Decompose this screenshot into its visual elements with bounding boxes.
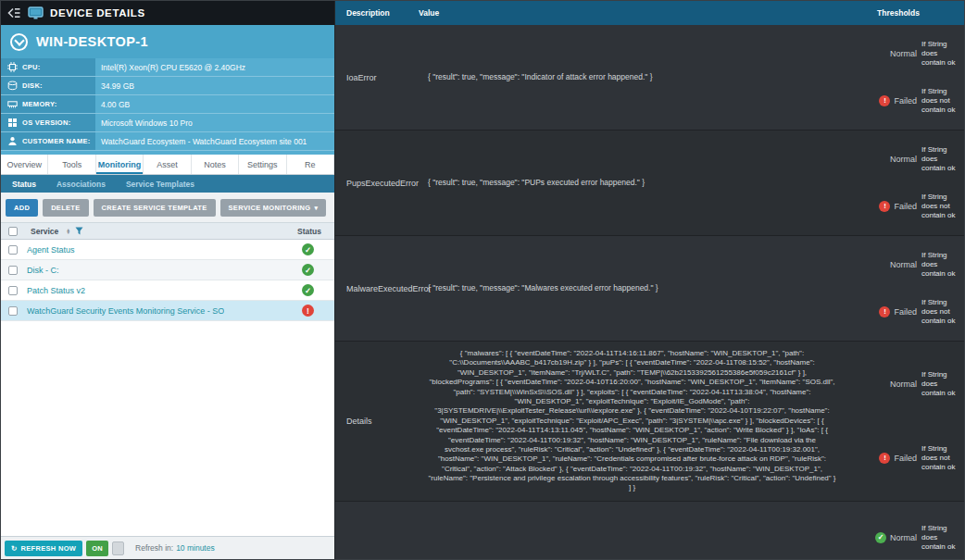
tab-asset[interactable]: Asset [144, 155, 191, 174]
tab-settings[interactable]: Settings [239, 155, 286, 174]
threshold-normal-label: Normal [890, 380, 917, 389]
sort-desc-icon: ▼ [66, 231, 70, 234]
monitor-value: { "result": true, "message": "Malwares e… [419, 276, 846, 301]
page-title: DEVICE DETAILS [50, 7, 145, 19]
sort-icon[interactable]: ▲ ▼ [66, 229, 70, 234]
service-link[interactable]: Disk - C: [27, 266, 59, 275]
service-row-disk-c[interactable]: Disk - C: ✓ [1, 260, 334, 280]
row-checkbox[interactable] [8, 266, 18, 275]
monitor-row-details: Details { "malwares": [ { "eventDateTime… [335, 342, 964, 502]
info-label-disk: DISK: [22, 81, 43, 90]
disk-icon [7, 81, 18, 91]
os-windows-icon [7, 118, 18, 128]
threshold-failed: ! Failed If String does not contain ok [846, 87, 960, 115]
delete-button[interactable]: DELETE [43, 199, 88, 217]
status-failed-icon: ! [302, 305, 314, 317]
threshold-normal-label: Normal [890, 260, 917, 269]
monitor-thresholds: ✓ Normal If String does contain ok Faile… [846, 502, 964, 559]
monitoring-subtabs: Status Associations Service Templates [1, 175, 334, 193]
service-row-agent-status[interactable]: Agent Status ✓ [1, 240, 334, 260]
threshold-failed-condition: If String does not contain ok [921, 193, 960, 220]
threshold-failed-label: Failed [894, 454, 917, 463]
monitor-thresholds: Normal If String does contain ok ! Faile… [846, 236, 964, 341]
threshold-normal-label: Normal [890, 533, 917, 542]
service-monitoring-dropdown[interactable]: SERVICE MONITORING ▾ [220, 199, 327, 217]
monitor-description: IoaError [335, 73, 419, 82]
tab-monitoring[interactable]: Monitoring [96, 155, 144, 174]
threshold-normal-condition: If String does contain ok [921, 40, 960, 68]
monitor-row-pupsexecutederror: PupsExecutedError { "result": true, "mes… [335, 131, 964, 236]
auto-refresh-on-toggle[interactable]: ON [86, 541, 108, 556]
threshold-failed-label: Failed [894, 202, 917, 211]
column-header-status: Status [297, 227, 321, 236]
threshold-normal-condition: If String does contain ok [921, 370, 960, 398]
service-row-patch-status[interactable]: Patch Status v2 ✓ [1, 280, 334, 301]
row-checkbox[interactable] [8, 245, 18, 255]
monitor-description: Details [335, 417, 419, 426]
threshold-normal-icon: ✓ [875, 532, 886, 543]
monitor-table-header: Description Value Thresholds [335, 1, 964, 25]
empty-area [1, 321, 334, 536]
monitor-value: { "result": true, "message": "PUPs execu… [419, 170, 846, 195]
select-all-checkbox[interactable] [8, 227, 18, 236]
chevron-down-icon: ▾ [314, 205, 318, 211]
device-collapse-chevron-icon[interactable] [10, 33, 28, 51]
monitor-row-malwareexecutederror: MalwareExecutedError { "result": true, "… [335, 236, 964, 342]
threshold-failed-condition: If String does not contain ok [921, 444, 960, 472]
memory-icon [7, 99, 18, 109]
device-info-panel: CPU: Intel(R) Xeon(R) CPU E5620 @ 2.40GH… [1, 58, 334, 155]
threshold-failed-icon: ! [879, 201, 890, 212]
threshold-failed-label: Failed [894, 307, 917, 317]
tab-overview[interactable]: Overview [1, 155, 48, 174]
device-header: WIN-DESKTOP-1 [1, 25, 334, 58]
refresh-countdown: Refresh in:10 minutes [135, 543, 215, 553]
service-link[interactable]: WatchGuard Security Events Monitoring Se… [27, 306, 224, 316]
device-info-row-memory: MEMORY: 4.00 GB [1, 95, 334, 114]
monitor-description: MalwareExecutedError [335, 284, 419, 293]
device-details-window: DEVICE DETAILS WIN-DESKTOP-1 CPU: Intel(… [0, 0, 965, 560]
subtab-associations[interactable]: Associations [56, 180, 106, 189]
add-button[interactable]: ADD [6, 199, 38, 217]
refresh-now-button[interactable]: ↻ REFRESH NOW [5, 541, 82, 556]
monitor-description: PupsExecutedError [335, 179, 419, 188]
column-header-description: Description [335, 8, 419, 18]
left-footer: ↻ REFRESH NOW ON Refresh in:10 minutes [1, 536, 334, 559]
refresh-now-label: REFRESH NOW [21, 544, 77, 553]
create-service-template-button[interactable]: CREATE SERVICE TEMPLATE [94, 199, 216, 217]
status-ok-icon: ✓ [302, 284, 314, 296]
tab-reports[interactable]: Re [287, 155, 334, 174]
monitor-thresholds: Normal If String does contain ok ! Faile… [846, 342, 964, 501]
cpu-icon [7, 62, 18, 72]
subtab-service-templates[interactable]: Service Templates [126, 180, 194, 189]
service-row-watchguard[interactable]: WatchGuard Security Events Monitoring Se… [1, 301, 334, 321]
info-value-os-version: Microsoft Windows 10 Pro [95, 114, 334, 131]
column-header-value: Value [419, 8, 846, 18]
info-value-customer-name: WatchGuard Ecosystem - WatchGuard Ecosys… [95, 132, 334, 150]
threshold-failed: ! Failed If String does not contain ok [846, 298, 960, 326]
device-info-row-cpu: CPU: Intel(R) Xeon(R) CPU E5620 @ 2.40GH… [1, 58, 334, 77]
threshold-normal-condition: If String does contain ok [921, 251, 960, 279]
filter-funnel-icon[interactable] [75, 227, 83, 235]
device-info-row-disk: DISK: 34.99 GB [1, 77, 334, 95]
top-header: DEVICE DETAILS [1, 1, 334, 25]
threshold-failed: ! Failed If String does not contain ok [846, 193, 960, 220]
service-monitoring-label: SERVICE MONITORING [229, 204, 311, 212]
info-value-disk: 34.99 GB [95, 77, 334, 94]
collapse-sidebar-icon[interactable] [6, 7, 20, 19]
row-checkbox[interactable] [8, 286, 18, 295]
tab-tools[interactable]: Tools [48, 155, 95, 174]
service-link[interactable]: Agent Status [27, 245, 75, 255]
auto-refresh-off-toggle[interactable] [112, 541, 124, 555]
threshold-failed-icon: ! [879, 453, 890, 464]
threshold-normal: Normal If String does contain ok [846, 145, 960, 173]
status-ok-icon: ✓ [302, 243, 314, 255]
column-header-thresholds: Thresholds [846, 8, 964, 18]
row-checkbox[interactable] [8, 306, 18, 316]
threshold-failed-label: Failed [894, 96, 917, 106]
info-label-os-version: OS VERSION: [22, 118, 70, 127]
monitor-thresholds: Normal If String does contain ok ! Faile… [846, 131, 964, 235]
service-link[interactable]: Patch Status v2 [27, 286, 85, 295]
tab-notes[interactable]: Notes [192, 155, 239, 174]
info-value-memory: 4.00 GB [95, 95, 334, 113]
subtab-status[interactable]: Status [12, 180, 36, 189]
